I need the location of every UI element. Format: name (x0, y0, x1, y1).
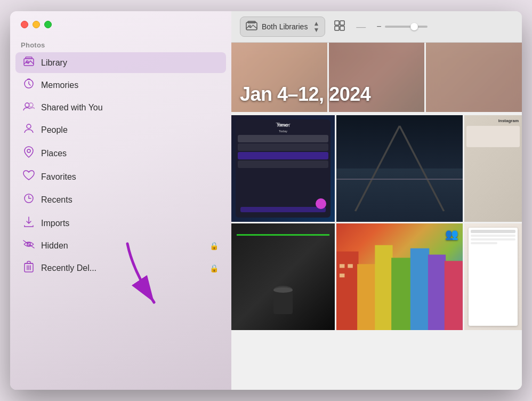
sidebar-item-hidden-label: Hidden (41, 241, 68, 251)
sidebar-item-places-label: Places (41, 149, 67, 158)
sidebar-item-memories-label: Memories (41, 81, 78, 90)
toolbar: Both Libraries ▲ ▼ — − (231, 11, 522, 43)
svg-rect-34 (410, 248, 430, 330)
zoom-slider[interactable]: − (376, 22, 427, 31)
library-selector-icon (246, 21, 257, 33)
traffic-lights (10, 11, 231, 37)
memories-icon (23, 78, 35, 92)
photo-colorful-buildings[interactable]: 👥 (336, 223, 463, 330)
svg-rect-28 (273, 290, 293, 314)
svg-rect-35 (428, 254, 446, 330)
app-window: Photos Library (10, 11, 522, 390)
recently-deleted-lock-icon: 🔒 (209, 264, 219, 272)
svg-point-7 (27, 149, 30, 153)
sidebar-item-favorites[interactable]: Favorites (15, 166, 226, 188)
sidebar-item-favorites-label: Favorites (41, 172, 76, 182)
sidebar-item-people[interactable]: People (15, 119, 226, 141)
date-range-title: Jan 4–12, 2024 (240, 83, 370, 106)
sidebar-item-recents[interactable]: Recents (15, 189, 226, 211)
zoom-minus-icon: − (376, 22, 381, 31)
library-selector-label: Both Libraries (262, 22, 308, 31)
svg-point-29 (273, 287, 293, 293)
sidebar-item-library[interactable]: Library (15, 52, 226, 73)
sidebar-item-recently-deleted-label: Recently Del... (41, 263, 96, 273)
timer-rows (238, 135, 328, 168)
hidden-lock-icon: 🔒 (209, 242, 219, 250)
svg-rect-20 (335, 21, 339, 25)
close-button[interactable] (21, 21, 28, 28)
sidebar-item-shared[interactable]: Shared with You (15, 97, 226, 118)
view-toggle-button[interactable] (332, 18, 348, 36)
sidebar-item-recently-deleted[interactable]: Recently Del... 🔒 (15, 256, 226, 279)
sidebar-item-imports-label: Imports (41, 219, 69, 228)
chevron-updown-icon: ▲ ▼ (313, 20, 319, 33)
sidebar-item-shared-label: Shared with You (41, 103, 103, 113)
timer-ui: Timer Today (236, 119, 331, 218)
library-icon (23, 57, 35, 69)
recently-deleted-icon (23, 261, 35, 275)
photo-timer[interactable]: Timer Today (231, 115, 335, 222)
toolbar-separator: — (356, 21, 366, 33)
timer-cta (316, 198, 326, 209)
svg-rect-21 (340, 21, 344, 25)
photo-grid: Jan 4–12, 2024 Timer Today (231, 43, 522, 390)
sidebar-item-recents-label: Recents (41, 195, 72, 205)
sidebar-item-places[interactable]: Places (15, 142, 226, 165)
people-icon (23, 123, 35, 137)
sidebar-item-imports[interactable]: Imports (15, 212, 226, 235)
favorites-icon (23, 170, 35, 183)
svg-line-24 (356, 126, 400, 211)
recents-icon (23, 193, 35, 206)
svg-rect-22 (335, 26, 339, 30)
date-header: Jan 4–12, 2024 (231, 43, 522, 112)
svg-rect-37 (340, 264, 344, 268)
timer-bar (240, 207, 326, 212)
svg-line-10 (23, 240, 34, 248)
svg-rect-33 (391, 258, 412, 330)
svg-line-25 (400, 126, 444, 211)
sidebar: Photos Library (10, 11, 231, 390)
photos-section: Timer Today (231, 114, 522, 390)
library-selector-button[interactable]: Both Libraries ▲ ▼ (240, 17, 325, 37)
minimize-button[interactable] (33, 21, 40, 28)
svg-rect-32 (375, 245, 392, 330)
doc-content (469, 228, 518, 326)
photo-dark-object[interactable] (231, 223, 335, 330)
photo-instagram[interactable]: Instagram (464, 115, 522, 222)
main-content: Both Libraries ▲ ▼ — − (231, 11, 522, 390)
people-badge: 👥 (445, 228, 458, 240)
svg-rect-39 (340, 274, 344, 277)
shared-icon (23, 101, 35, 114)
photo-row-3: 👥 (231, 223, 522, 330)
sidebar-item-hidden[interactable]: Hidden 🔒 (15, 236, 226, 255)
svg-point-6 (27, 124, 31, 129)
sidebar-item-memories[interactable]: Memories (15, 74, 226, 96)
svg-rect-23 (340, 26, 344, 30)
svg-rect-1 (26, 57, 32, 59)
photo-row-2: Timer Today (231, 115, 522, 222)
photo-bridge[interactable] (336, 115, 463, 222)
places-icon (23, 146, 35, 161)
slider-track[interactable] (385, 26, 428, 28)
svg-rect-31 (357, 264, 376, 330)
svg-rect-30 (336, 252, 359, 330)
hidden-icon (23, 240, 35, 251)
instagram-preview (466, 126, 520, 147)
maximize-button[interactable] (44, 21, 52, 28)
green-line (237, 234, 329, 236)
instagram-label: Instagram (498, 118, 519, 123)
photo-document[interactable] (464, 223, 522, 330)
imports-icon (23, 216, 35, 230)
timer-subtext: Today (279, 130, 287, 133)
sidebar-item-people-label: People (41, 125, 68, 135)
sidebar-nav: Library Memories (10, 52, 231, 279)
timer-header: Timer (277, 123, 289, 127)
svg-rect-38 (348, 264, 352, 268)
slider-thumb[interactable] (410, 23, 418, 30)
sidebar-section-photos: Photos (10, 37, 231, 52)
sidebar-item-library-label: Library (41, 58, 67, 68)
svg-rect-36 (445, 261, 463, 330)
svg-rect-17 (246, 22, 257, 30)
